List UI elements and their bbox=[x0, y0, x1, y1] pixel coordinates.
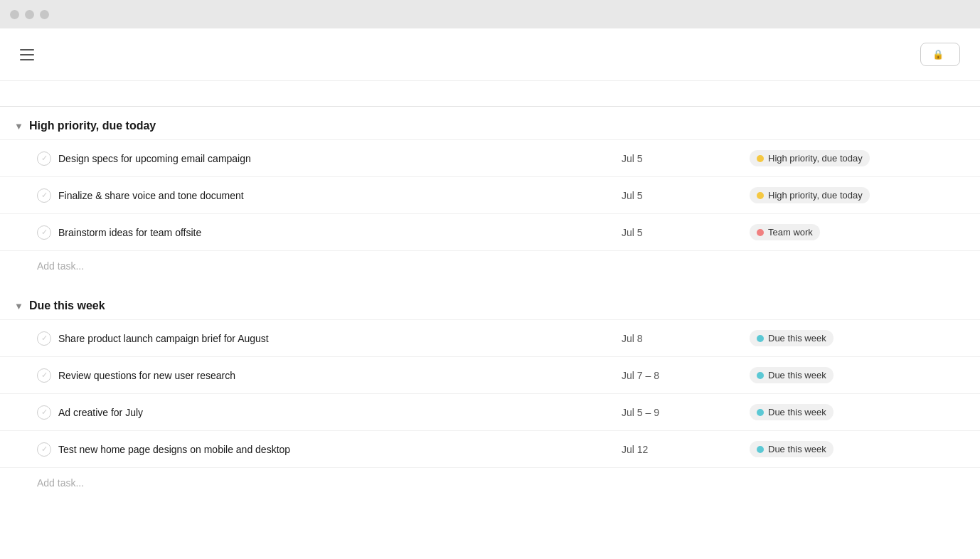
task-extra-cell bbox=[923, 224, 980, 241]
task-extra-cell bbox=[923, 330, 980, 347]
add-task-button[interactable]: Add task... bbox=[37, 477, 84, 489]
lock-icon: 🔒 bbox=[932, 49, 944, 60]
task-name-label: Design specs for upcoming email campaign bbox=[58, 153, 251, 164]
column-headers bbox=[0, 81, 980, 107]
task-project-cell: High priority, due today bbox=[738, 179, 923, 212]
col-projects bbox=[738, 81, 923, 106]
task-name-cell-1-2: ✓Ad creative for July bbox=[0, 397, 610, 428]
table-row: ✓Ad creative for JulyJul 5 – 9Due this w… bbox=[0, 393, 980, 430]
badge-label: High priority, due today bbox=[768, 153, 863, 164]
badge-label: High priority, due today bbox=[768, 190, 863, 201]
section-high-priority: ▼High priority, due today✓Design specs f… bbox=[0, 107, 980, 281]
badge-label: Due this week bbox=[768, 444, 826, 454]
task-extra-cell bbox=[923, 187, 980, 204]
titlebar bbox=[0, 0, 980, 28]
badge-color-dot bbox=[757, 192, 764, 199]
task-name-label: Ad creative for July bbox=[58, 407, 143, 418]
sections-container: ▼High priority, due today✓Design specs f… bbox=[0, 107, 980, 498]
section-title-due-this-week: Due this week bbox=[29, 299, 105, 312]
task-project-cell: Due this week bbox=[738, 358, 923, 392]
task-extra-cell bbox=[923, 150, 980, 167]
due-date-value: Jul 12 bbox=[622, 444, 648, 455]
check-icon[interactable]: ✓ bbox=[37, 225, 51, 240]
titlebar-dot-yellow bbox=[25, 10, 34, 19]
task-name-label: Finalize & share voice and tone document bbox=[58, 190, 244, 201]
task-extra-cell bbox=[923, 404, 980, 421]
badge-color-dot bbox=[757, 372, 764, 379]
add-task-row: Add task... bbox=[0, 467, 980, 498]
due-date-value: Jul 5 – 9 bbox=[622, 407, 659, 418]
badge-color-dot bbox=[757, 335, 764, 342]
table-row: ✓Share product launch campaign brief for… bbox=[0, 319, 980, 356]
table-row: ✓Review questions for new user researchJ… bbox=[0, 356, 980, 393]
check-icon[interactable]: ✓ bbox=[37, 188, 51, 203]
task-due-date: Jul 8 bbox=[610, 324, 738, 353]
task-name-label: Test new home page designs on mobile and… bbox=[58, 444, 290, 455]
table-row: ✓Test new home page designs on mobile an… bbox=[0, 430, 980, 467]
titlebar-dot-green bbox=[40, 10, 49, 19]
check-icon[interactable]: ✓ bbox=[37, 442, 51, 457]
titlebar-dot-red bbox=[10, 10, 19, 19]
project-badge[interactable]: Due this week bbox=[750, 330, 833, 346]
task-name-label: Review questions for new user research bbox=[58, 370, 235, 381]
task-project-cell: Team work bbox=[738, 215, 923, 249]
share-button[interactable]: 🔒 bbox=[920, 43, 960, 66]
project-badge[interactable]: Due this week bbox=[750, 404, 833, 420]
table-row: ✓Design specs for upcoming email campaig… bbox=[0, 139, 980, 176]
task-name-label: Brainstorm ideas for team offsite bbox=[58, 227, 201, 238]
add-task-button[interactable]: Add task... bbox=[37, 260, 84, 272]
project-badge[interactable]: High priority, due today bbox=[750, 187, 870, 203]
due-date-value: Jul 5 bbox=[622, 190, 643, 201]
section-title-high-priority: High priority, due today bbox=[29, 119, 156, 132]
due-date-value: Jul 5 bbox=[622, 227, 643, 238]
col-extra bbox=[923, 81, 980, 106]
header: 🔒 bbox=[0, 28, 980, 81]
badge-label: Team work bbox=[768, 227, 813, 238]
task-extra-cell bbox=[923, 367, 980, 384]
col-due-date[interactable] bbox=[610, 81, 738, 106]
check-icon[interactable]: ✓ bbox=[37, 151, 51, 166]
task-due-date: Jul 5 – 9 bbox=[610, 398, 738, 427]
add-task-row: Add task... bbox=[0, 250, 980, 281]
project-badge[interactable]: High priority, due today bbox=[750, 150, 870, 166]
table-row: ✓Brainstorm ideas for team offsiteJul 5T… bbox=[0, 213, 980, 250]
check-icon[interactable]: ✓ bbox=[37, 368, 51, 383]
due-date-value: Jul 8 bbox=[622, 333, 643, 344]
task-due-date: Jul 5 bbox=[610, 144, 738, 173]
task-extra-cell bbox=[923, 441, 980, 458]
task-due-date: Jul 7 – 8 bbox=[610, 361, 738, 390]
project-badge[interactable]: Due this week bbox=[750, 441, 833, 457]
task-project-cell: Due this week bbox=[738, 395, 923, 429]
badge-color-dot bbox=[757, 155, 764, 162]
badge-label: Due this week bbox=[768, 407, 826, 417]
badge-label: Due this week bbox=[768, 333, 826, 344]
badge-color-dot bbox=[757, 446, 764, 453]
task-project-cell: Due this week bbox=[738, 432, 923, 466]
task-name-cell-1-0: ✓Share product launch campaign brief for… bbox=[0, 323, 610, 354]
task-project-cell: High priority, due today bbox=[738, 142, 923, 175]
task-name-cell-1-3: ✓Test new home page designs on mobile an… bbox=[0, 434, 610, 465]
task-name-cell-0-1: ✓Finalize & share voice and tone documen… bbox=[0, 180, 610, 211]
section-due-this-week: ▼Due this week✓Share product launch camp… bbox=[0, 287, 980, 498]
task-due-date: Jul 5 bbox=[610, 218, 738, 247]
hamburger-menu[interactable] bbox=[20, 49, 34, 60]
task-name-cell-1-1: ✓Review questions for new user research bbox=[0, 360, 610, 391]
task-name-label: Share product launch campaign brief for … bbox=[58, 333, 269, 344]
badge-label: Due this week bbox=[768, 370, 826, 380]
project-badge[interactable]: Due this week bbox=[750, 367, 833, 383]
badge-color-dot bbox=[757, 409, 764, 416]
chevron-icon-due-this-week[interactable]: ▼ bbox=[14, 301, 23, 312]
task-project-cell: Due this week bbox=[738, 321, 923, 355]
col-task-name bbox=[0, 81, 610, 106]
due-date-value: Jul 5 bbox=[622, 153, 643, 164]
app-container: 🔒 ▼High priority, due today✓Design specs… bbox=[0, 28, 980, 559]
table-row: ✓Finalize & share voice and tone documen… bbox=[0, 176, 980, 213]
check-icon[interactable]: ✓ bbox=[37, 405, 51, 420]
due-date-value: Jul 7 – 8 bbox=[622, 370, 659, 381]
section-header-due-this-week: ▼Due this week bbox=[0, 287, 980, 319]
chevron-icon-high-priority[interactable]: ▼ bbox=[14, 121, 23, 132]
section-header-high-priority: ▼High priority, due today bbox=[0, 107, 980, 139]
check-icon[interactable]: ✓ bbox=[37, 331, 51, 346]
badge-color-dot bbox=[757, 229, 764, 236]
project-badge[interactable]: Team work bbox=[750, 224, 820, 240]
